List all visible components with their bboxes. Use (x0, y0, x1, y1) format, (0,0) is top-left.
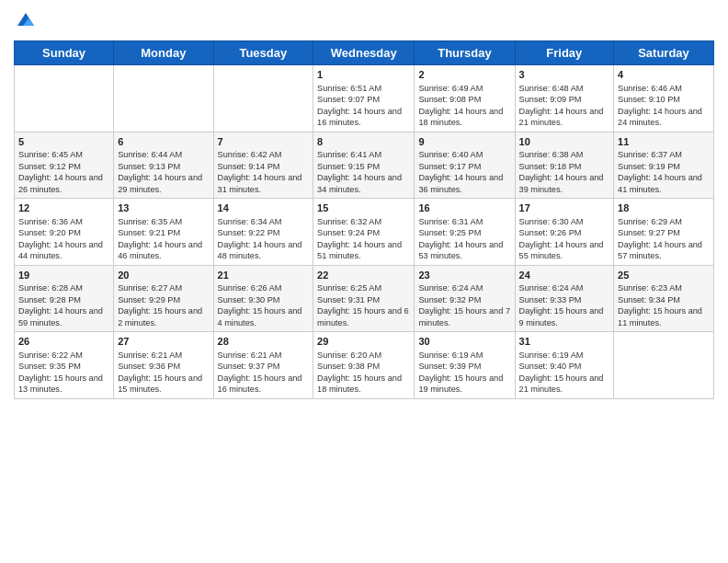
logo-icon (16, 9, 36, 29)
day-number: 7 (218, 135, 310, 149)
calendar-cell: 12Sunrise: 6:36 AM Sunset: 9:20 PM Dayli… (15, 199, 114, 266)
day-number: 13 (118, 201, 209, 215)
calendar-cell: 20Sunrise: 6:27 AM Sunset: 9:29 PM Dayli… (114, 265, 213, 332)
day-number: 29 (317, 335, 410, 349)
calendar-week-row: 12Sunrise: 6:36 AM Sunset: 9:20 PM Dayli… (15, 199, 714, 266)
day-number: 19 (18, 269, 109, 282)
day-number: 5 (18, 135, 109, 149)
calendar-week-row: 19Sunrise: 6:28 AM Sunset: 9:28 PM Dayli… (15, 265, 714, 332)
calendar-cell (614, 332, 714, 399)
calendar-cell: 24Sunrise: 6:24 AM Sunset: 9:33 PM Dayli… (515, 265, 614, 332)
calendar-cell: 1Sunrise: 6:51 AM Sunset: 9:07 PM Daylig… (313, 65, 415, 132)
calendar-cell: 18Sunrise: 6:29 AM Sunset: 9:27 PM Dayli… (614, 199, 714, 266)
day-number: 8 (317, 135, 410, 149)
day-number: 2 (418, 68, 510, 82)
calendar-cell: 25Sunrise: 6:23 AM Sunset: 9:34 PM Dayli… (614, 265, 714, 332)
calendar-cell: 17Sunrise: 6:30 AM Sunset: 9:26 PM Dayli… (515, 199, 614, 266)
cell-content: Sunrise: 6:41 AM Sunset: 9:15 PM Dayligh… (317, 149, 410, 195)
cell-content: Sunrise: 6:48 AM Sunset: 9:09 PM Dayligh… (519, 83, 610, 129)
header (14, 9, 714, 33)
cell-content: Sunrise: 6:49 AM Sunset: 9:08 PM Dayligh… (418, 83, 510, 129)
calendar-week-row: 5Sunrise: 6:45 AM Sunset: 9:12 PM Daylig… (15, 132, 714, 199)
cell-content: Sunrise: 6:37 AM Sunset: 9:19 PM Dayligh… (618, 149, 710, 195)
cell-content: Sunrise: 6:51 AM Sunset: 9:07 PM Dayligh… (317, 83, 410, 129)
calendar-cell: 21Sunrise: 6:26 AM Sunset: 9:30 PM Dayli… (213, 265, 313, 332)
cell-content: Sunrise: 6:21 AM Sunset: 9:37 PM Dayligh… (218, 350, 310, 396)
day-of-week-header: Saturday (614, 41, 714, 65)
day-number: 3 (519, 68, 610, 82)
cell-content: Sunrise: 6:25 AM Sunset: 9:31 PM Dayligh… (317, 282, 410, 328)
day-number: 21 (218, 269, 310, 282)
calendar-cell: 15Sunrise: 6:32 AM Sunset: 9:24 PM Dayli… (313, 199, 415, 266)
cell-content: Sunrise: 6:21 AM Sunset: 9:36 PM Dayligh… (118, 350, 209, 396)
calendar-cell: 26Sunrise: 6:22 AM Sunset: 9:35 PM Dayli… (15, 332, 114, 399)
cell-content: Sunrise: 6:22 AM Sunset: 9:35 PM Dayligh… (18, 350, 109, 396)
calendar-cell: 9Sunrise: 6:40 AM Sunset: 9:17 PM Daylig… (415, 132, 515, 199)
cell-content: Sunrise: 6:40 AM Sunset: 9:17 PM Dayligh… (418, 149, 510, 195)
cell-content: Sunrise: 6:24 AM Sunset: 9:32 PM Dayligh… (418, 282, 510, 328)
calendar-cell: 27Sunrise: 6:21 AM Sunset: 9:36 PM Dayli… (114, 332, 213, 399)
calendar-cell: 5Sunrise: 6:45 AM Sunset: 9:12 PM Daylig… (15, 132, 114, 199)
day-number: 11 (618, 135, 710, 149)
cell-content: Sunrise: 6:28 AM Sunset: 9:28 PM Dayligh… (18, 282, 109, 328)
day-of-week-header: Friday (515, 41, 614, 65)
day-number: 20 (118, 269, 209, 282)
calendar-cell: 29Sunrise: 6:20 AM Sunset: 9:38 PM Dayli… (313, 332, 415, 399)
calendar-cell: 16Sunrise: 6:31 AM Sunset: 9:25 PM Dayli… (415, 199, 515, 266)
cell-content: Sunrise: 6:42 AM Sunset: 9:14 PM Dayligh… (218, 149, 310, 195)
day-number: 23 (418, 269, 510, 282)
calendar: SundayMondayTuesdayWednesdayThursdayFrid… (14, 40, 714, 399)
cell-content: Sunrise: 6:20 AM Sunset: 9:38 PM Dayligh… (317, 350, 410, 396)
calendar-week-row: 1Sunrise: 6:51 AM Sunset: 9:07 PM Daylig… (15, 65, 714, 132)
cell-content: Sunrise: 6:44 AM Sunset: 9:13 PM Dayligh… (118, 149, 209, 195)
calendar-cell: 19Sunrise: 6:28 AM Sunset: 9:28 PM Dayli… (15, 265, 114, 332)
calendar-cell: 31Sunrise: 6:19 AM Sunset: 9:40 PM Dayli… (515, 332, 614, 399)
day-number: 28 (218, 335, 310, 349)
day-number: 31 (519, 335, 610, 349)
cell-content: Sunrise: 6:34 AM Sunset: 9:22 PM Dayligh… (218, 216, 310, 262)
cell-content: Sunrise: 6:29 AM Sunset: 9:27 PM Dayligh… (618, 216, 710, 262)
calendar-cell: 14Sunrise: 6:34 AM Sunset: 9:22 PM Dayli… (213, 199, 313, 266)
cell-content: Sunrise: 6:27 AM Sunset: 9:29 PM Dayligh… (118, 282, 209, 328)
cell-content: Sunrise: 6:24 AM Sunset: 9:33 PM Dayligh… (519, 282, 610, 328)
calendar-cell: 2Sunrise: 6:49 AM Sunset: 9:08 PM Daylig… (415, 65, 515, 132)
cell-content: Sunrise: 6:31 AM Sunset: 9:25 PM Dayligh… (418, 216, 510, 262)
day-of-week-header: Thursday (415, 41, 515, 65)
day-number: 27 (118, 335, 209, 349)
calendar-week-row: 26Sunrise: 6:22 AM Sunset: 9:35 PM Dayli… (15, 332, 714, 399)
day-number: 10 (519, 135, 610, 149)
cell-content: Sunrise: 6:26 AM Sunset: 9:30 PM Dayligh… (218, 282, 310, 328)
calendar-header-row: SundayMondayTuesdayWednesdayThursdayFrid… (15, 41, 714, 65)
logo (14, 9, 36, 33)
day-of-week-header: Tuesday (213, 41, 313, 65)
day-number: 26 (18, 335, 109, 349)
cell-content: Sunrise: 6:32 AM Sunset: 9:24 PM Dayligh… (317, 216, 410, 262)
cell-content: Sunrise: 6:45 AM Sunset: 9:12 PM Dayligh… (18, 149, 109, 195)
cell-content: Sunrise: 6:23 AM Sunset: 9:34 PM Dayligh… (618, 282, 710, 328)
calendar-cell: 8Sunrise: 6:41 AM Sunset: 9:15 PM Daylig… (313, 132, 415, 199)
calendar-cell: 10Sunrise: 6:38 AM Sunset: 9:18 PM Dayli… (515, 132, 614, 199)
calendar-cell: 7Sunrise: 6:42 AM Sunset: 9:14 PM Daylig… (213, 132, 313, 199)
cell-content: Sunrise: 6:36 AM Sunset: 9:20 PM Dayligh… (18, 216, 109, 262)
day-number: 17 (519, 201, 610, 215)
day-number: 4 (618, 68, 710, 82)
day-number: 18 (618, 201, 710, 215)
calendar-cell (114, 65, 213, 132)
cell-content: Sunrise: 6:30 AM Sunset: 9:26 PM Dayligh… (519, 216, 610, 262)
day-of-week-header: Wednesday (313, 41, 415, 65)
cell-content: Sunrise: 6:46 AM Sunset: 9:10 PM Dayligh… (618, 83, 710, 129)
calendar-cell: 30Sunrise: 6:19 AM Sunset: 9:39 PM Dayli… (415, 332, 515, 399)
day-of-week-header: Sunday (15, 41, 114, 65)
calendar-cell: 4Sunrise: 6:46 AM Sunset: 9:10 PM Daylig… (614, 65, 714, 132)
day-number: 9 (418, 135, 510, 149)
day-number: 22 (317, 269, 410, 282)
day-number: 16 (418, 201, 510, 215)
day-number: 15 (317, 201, 410, 215)
calendar-cell: 6Sunrise: 6:44 AM Sunset: 9:13 PM Daylig… (114, 132, 213, 199)
cell-content: Sunrise: 6:19 AM Sunset: 9:40 PM Dayligh… (519, 350, 610, 396)
calendar-cell (15, 65, 114, 132)
calendar-cell: 23Sunrise: 6:24 AM Sunset: 9:32 PM Dayli… (415, 265, 515, 332)
day-number: 30 (418, 335, 510, 349)
cell-content: Sunrise: 6:38 AM Sunset: 9:18 PM Dayligh… (519, 149, 610, 195)
day-number: 25 (618, 269, 710, 282)
